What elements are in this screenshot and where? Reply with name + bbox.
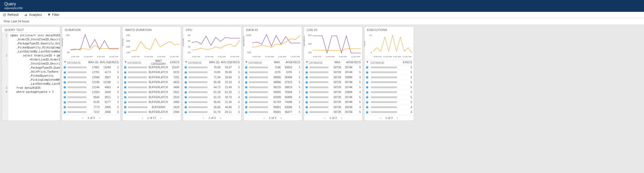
table-row[interactable]: 813561772 [62,100,120,105]
table-row[interactable]: 93288458084 [244,95,302,100]
table-row[interactable]: BUFFERLATCH2518 [123,95,181,100]
table-row[interactable]: BUFFERLATCH7291 [123,75,181,80]
table-row[interactable]: 5 [364,75,414,80]
table-row[interactable]: 5 [364,90,414,95]
metric-panel: LOG IO operations 6M4M2M 6:00 PM12:00 AM… [304,26,363,121]
table-row[interactable]: BUFFERLATCH3496 [123,85,181,90]
pager-next[interactable]: › [98,116,102,119]
table-row[interactable]: 5872K2998K3 [304,75,362,80]
table-row[interactable]: 114K836532 [244,65,302,70]
filter-icon[interactable] [124,61,127,64]
table-row[interactable]: 721229065 [62,110,120,115]
table-row[interactable]: BUFFERLATCH10147 [123,65,181,70]
chart[interactable]: seconds 80604020 6:00 PM12:00 AM6:00 AM1… [184,33,240,60]
pager-next[interactable]: › [339,116,344,119]
svg-point-6 [64,71,66,72]
pager-prev[interactable]: ‹ [140,116,145,119]
pager-next[interactable]: › [395,116,400,119]
pager-prev[interactable]: ‹ [323,116,327,119]
table-row[interactable]: 5872K2674K5 [304,70,362,75]
pager-prev[interactable]: ‹ [378,116,383,119]
table-row[interactable]: BUFFERLATCH2394 [123,110,181,115]
table-row[interactable]: 5872K2980K4 [304,90,362,95]
table-row[interactable]: 91793743982 [244,100,302,105]
time-range-bar[interactable]: Time: Last 24 hours [0,18,644,25]
table-row[interactable]: 12196121961 [62,80,120,85]
pager-next[interactable]: › [219,116,223,119]
table-row[interactable]: 5872K2674K5 [304,100,362,105]
table-row[interactable]: 5872K2674K5 [304,65,362,70]
table-row[interactable]: 1214949634 [62,85,120,90]
query-code[interactable]: (@max int)insert into data201835(OrderLi… [8,33,60,121]
x-axis-ticks: 6:00 PM12:00 AM6:00 AM12:00 PM [313,55,361,60]
filter-icon[interactable] [305,61,309,64]
table-row[interactable]: 5 [364,65,414,70]
chart[interactable]: operations 100k50k 6:00 PM12:00 AM6:00 A… [245,33,301,60]
table-row[interactable]: 76.5853.872 [183,65,241,70]
filter-icon[interactable] [366,61,369,64]
table-row[interactable]: 4 [364,105,414,110]
chart[interactable]: seconds 40k30k20k10k 6:00 PM12:00 AM6:00… [124,33,180,60]
refresh-icon [3,13,6,17]
table-row[interactable]: 777329955 [62,105,120,110]
chart[interactable]: operations 6M4M2M 6:00 PM12:00 AM6:00 AM… [305,33,361,60]
pager-prev[interactable]: ‹ [81,116,85,119]
table-row[interactable]: 98906373155 [244,80,302,85]
filter-button[interactable]: Filter [47,13,59,17]
table-row[interactable]: 5872K2675K5 [304,110,362,115]
pager-next[interactable]: › [159,116,163,119]
filter-icon[interactable] [184,61,188,64]
table-row[interactable]: 5872K2674K5 [304,85,362,90]
chart[interactable]: seconds 15k5k 6:00 PM12:00 AM6:00 AM12:0… [63,33,119,60]
table-row[interactable]: 17881132402 [62,65,120,70]
chart[interactable]: count 105 6:00 PM12:00 AM6:00 AM12:00 PM [366,33,413,60]
table-row[interactable]: 1150334395 [62,90,120,95]
table-row[interactable]: 5872K2823K4 [304,105,362,110]
table-row[interactable]: 64.7322.495 [183,85,241,90]
table-row[interactable]: 56.6644.962 [183,105,241,110]
table-row[interactable]: BUFFERLATCH2480 [123,100,181,105]
table-row[interactable]: 1278141735 [62,70,120,75]
svg-point-96 [306,96,308,97]
table-row[interactable]: 61.1028.704 [183,95,241,100]
filter-icon[interactable] [63,61,67,64]
table-row[interactable]: 5872K2674K5 [304,95,362,100]
pager-prev[interactable]: ‹ [202,116,206,119]
table-row[interactable]: 71.9425.665 [183,75,241,80]
table-row[interactable]: 74.8526.905 [183,70,241,75]
table-row[interactable]: 1256838075 [62,75,120,80]
table-row[interactable]: 51.7020.115 [183,110,241,115]
page-title: Query [4,2,640,6]
table-row[interactable]: 954095112 [62,95,120,100]
svg-point-8 [64,76,66,77]
table-row[interactable]: BUFFERIO2429 [123,105,181,110]
wait-category: BUFFERLATCH [149,81,168,84]
table-row[interactable]: 61.2961.291 [183,90,241,95]
table-row[interactable]: 5 [364,80,414,85]
table-row[interactable]: 107K107K1 [244,70,302,75]
table-row[interactable]: 56.8321.305 [183,100,241,105]
table-row[interactable]: 85691364775 [244,110,302,115]
table-row[interactable]: 89891530983 [244,105,302,110]
refresh-button[interactable]: Refresh [3,13,19,17]
pager-prev[interactable]: ‹ [262,116,266,119]
svg-point-84 [306,66,308,67]
table-row[interactable]: 5 [364,70,414,75]
table-row[interactable]: 65.3622.334 [183,80,241,85]
table-row[interactable]: 4 [364,110,414,115]
pager-next[interactable]: › [279,116,283,119]
table-row[interactable]: BUFFERLATCH4833 [123,80,181,85]
table-row[interactable]: 5 [364,100,414,105]
table-row[interactable]: 5 [364,95,414,100]
filter-icon[interactable] [245,61,248,64]
table-row[interactable]: 5872K2674K5 [304,80,362,85]
table-row[interactable]: 99800384995 [244,75,302,80]
table-row[interactable]: BUFFERLATCH2922 [123,90,181,95]
table-row[interactable]: 93595703042 [244,90,302,95]
table-row[interactable]: 5 [364,85,414,90]
table-row[interactable]: 98226388165 [244,85,302,90]
svg-point-32 [124,86,126,87]
svg-point-42 [124,111,126,112]
analytics-button[interactable]: Analytics [24,13,42,17]
table-row[interactable]: BUFFERLATCH9218 [123,70,181,75]
